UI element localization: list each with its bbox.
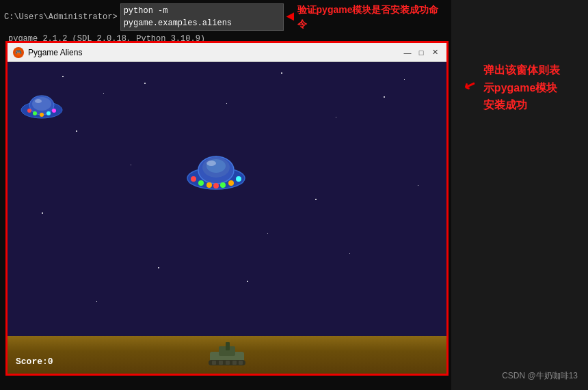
svg-point-13 (191, 176, 196, 182)
right-annotation: ↙ 弹出该窗体则表 示pygame模块 安装成功 (455, 61, 581, 114)
game-titlebar: 🎮 Pygame Aliens — □ ✕ (8, 43, 446, 62)
terminal-command: python -m pygame.examples.aliens (120, 3, 284, 31)
star (103, 93, 104, 94)
star (267, 233, 268, 234)
star (42, 212, 43, 214)
svg-rect-28 (232, 361, 237, 365)
star (418, 185, 418, 186)
svg-point-3 (27, 109, 31, 113)
svg-point-8 (35, 99, 42, 103)
arrow-right-icon: ◄ (286, 7, 295, 27)
ufo-topleft (20, 86, 64, 124)
star (158, 267, 159, 268)
score-label: Score: (16, 357, 48, 367)
game-canvas: Score:0 (8, 62, 446, 374)
svg-rect-25 (212, 361, 216, 365)
right-annotation-text: 弹出该窗体则表 示pygame模块 安装成功 (481, 61, 560, 114)
csdn-watermark: CSDN @牛奶咖啡13 (502, 370, 578, 382)
annotation-line1: 弹出该窗体则表 (483, 61, 560, 79)
star (247, 281, 248, 282)
svg-point-19 (236, 176, 241, 182)
titlebar-controls[interactable]: — □ ✕ (401, 46, 441, 59)
terminal-prompt: C:\Users\Administrator> (4, 11, 118, 23)
svg-rect-26 (219, 361, 223, 365)
svg-point-2 (32, 97, 51, 111)
maximize-button[interactable]: □ (415, 46, 427, 59)
player-tank (206, 339, 248, 367)
titlebar-title: Pygame Aliens (28, 48, 82, 57)
star (384, 96, 385, 98)
pygame-icon: 🎮 (13, 47, 24, 58)
svg-point-18 (228, 180, 234, 186)
svg-point-5 (40, 113, 44, 117)
svg-point-17 (220, 182, 226, 188)
star (96, 301, 97, 302)
svg-rect-23 (226, 342, 230, 350)
ufo-center (185, 144, 247, 195)
star (281, 72, 282, 74)
star (336, 117, 336, 117)
star (62, 76, 64, 77)
annotation-line3: 安装成功 (483, 96, 560, 114)
terminal-command-line: C:\Users\Administrator> python -m pygame… (4, 3, 447, 31)
star (349, 253, 350, 254)
svg-point-15 (206, 182, 212, 188)
svg-rect-29 (239, 361, 243, 365)
score-value: 0 (48, 357, 53, 367)
star (404, 79, 405, 80)
arrow-down-icon: ↙ (462, 70, 480, 96)
svg-point-6 (46, 111, 51, 115)
svg-point-20 (206, 161, 216, 166)
star (131, 165, 131, 165)
score-display: Score:0 (16, 357, 53, 367)
svg-point-4 (33, 111, 37, 115)
annotation-line2: 示pygame模块 (483, 79, 560, 97)
svg-point-16 (213, 183, 219, 189)
cmd-annotation-text: 验证pygame模块是否安装成功命令 (297, 3, 447, 31)
star (315, 199, 317, 200)
svg-point-7 (52, 109, 56, 113)
close-button[interactable]: ✕ (429, 46, 441, 59)
titlebar-left: 🎮 Pygame Aliens (13, 47, 82, 58)
svg-rect-27 (226, 361, 230, 365)
star (226, 103, 227, 104)
star (144, 83, 146, 84)
minimize-button[interactable]: — (401, 46, 414, 59)
svg-point-14 (198, 180, 204, 186)
star (76, 130, 77, 132)
game-window-wrapper: 🎮 Pygame Aliens — □ ✕ (5, 41, 449, 376)
